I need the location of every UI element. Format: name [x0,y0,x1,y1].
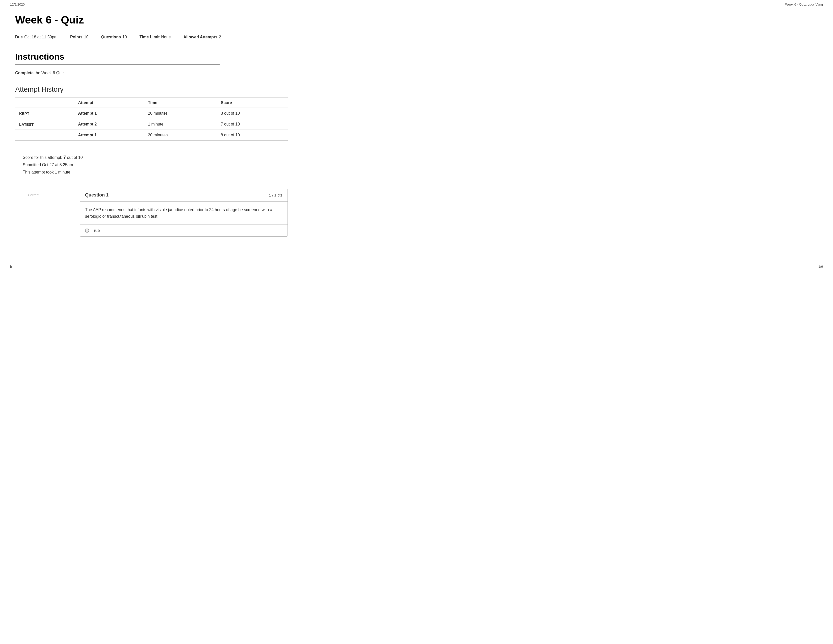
row-time: 1 minute [144,119,217,130]
radio-icon [85,229,89,233]
question-card: Question 1 1 / 1 pts The AAP recommends … [80,188,288,237]
row-score: 8 out of 10 [217,108,288,119]
time-limit-label: Time Limit [140,35,160,39]
questions-meta: Questions 10 [101,35,127,39]
table-row: Attempt 1 20 minutes 8 out of 10 [15,130,288,141]
score-suffix: out of 10 [66,155,83,159]
instructions-divider [15,64,220,64]
time-limit-meta: Time Limit None [140,35,171,39]
due-value: Oct 18 at 11:59pm [24,35,58,39]
question-header: Question 1 1 / 1 pts [80,189,288,201]
row-label: LATEST [15,119,74,130]
row-score: 7 out of 10 [217,119,288,130]
instructions-rest: the Week 6 Quiz. [34,71,66,75]
row-attempt[interactable]: Attempt 1 [74,108,144,119]
submitted-line: Submitted Oct 27 at 5:25am [23,161,280,169]
quiz-title: Week 6 - Quiz [15,14,288,26]
attempt-history-title: Attempt History [15,85,288,93]
due-label: Due [15,35,23,39]
points-label: Points [70,35,82,39]
row-attempt[interactable]: Attempt 1 [74,130,144,141]
footer-right: 1/6 [819,265,823,269]
instructions-title: Instructions [15,52,288,62]
answer-text: True [92,228,100,233]
col-header-attempt: Attempt [74,98,144,108]
attempt-history-table: Attempt Time Score KEPT Attempt 1 20 min… [15,98,288,141]
row-time: 20 minutes [144,130,217,141]
page-footer: h 1/6 [0,262,833,271]
allowed-attempts-meta: Allowed Attempts 2 [183,35,221,39]
score-prefix: Score for this attempt: [23,155,63,159]
row-label [15,130,74,141]
quiz-meta: Due Oct 18 at 11:59pm Points 10 Question… [15,30,288,44]
col-header-score: Score [217,98,288,108]
question-points: 1 / 1 pts [269,193,283,197]
allowed-attempts-value: 2 [219,35,221,39]
top-bar-date: 12/2/2020 [10,3,25,6]
table-header-row: Attempt Time Score [15,98,288,108]
allowed-attempts-label: Allowed Attempts [183,35,217,39]
col-header-time: Time [144,98,217,108]
question-wrapper: Correct! Question 1 1 / 1 pts The AAP re… [15,188,288,242]
table-row: LATEST Attempt 2 1 minute 7 out of 10 [15,119,288,130]
top-bar: 12/2/2020 Week 6 - Quiz: Lucy Vang [0,0,833,9]
row-attempt[interactable]: Attempt 2 [74,119,144,130]
instructions-text: Complete the Week 6 Quiz. [15,71,288,75]
row-score: 8 out of 10 [217,130,288,141]
col-header-label [15,98,74,108]
question-label: Question 1 [85,192,109,198]
instructions-bold: Complete [15,71,34,75]
points-meta: Points 10 [70,35,88,39]
points-value: 10 [84,35,88,39]
score-bold: 7 [63,155,66,160]
footer-left: h [10,265,12,269]
top-bar-title: Week 6 - Quiz: Lucy Vang [785,3,823,6]
duration-line: This attempt took 1 minute. [23,169,280,176]
due-meta: Due Oct 18 at 11:59pm [15,35,58,39]
score-line: Score for this attempt: 7 out of 10 [23,153,280,161]
row-label: KEPT [15,108,74,119]
time-limit-value: None [161,35,170,39]
question-body: The AAP recommends that infants with vis… [80,201,288,225]
correct-label: Correct! [28,193,40,197]
score-summary: Score for this attempt: 7 out of 10 Subm… [15,148,288,181]
questions-label: Questions [101,35,121,39]
table-row: KEPT Attempt 1 20 minutes 8 out of 10 [15,108,288,119]
questions-value: 10 [122,35,127,39]
answer-section: True [80,225,288,237]
row-time: 20 minutes [144,108,217,119]
